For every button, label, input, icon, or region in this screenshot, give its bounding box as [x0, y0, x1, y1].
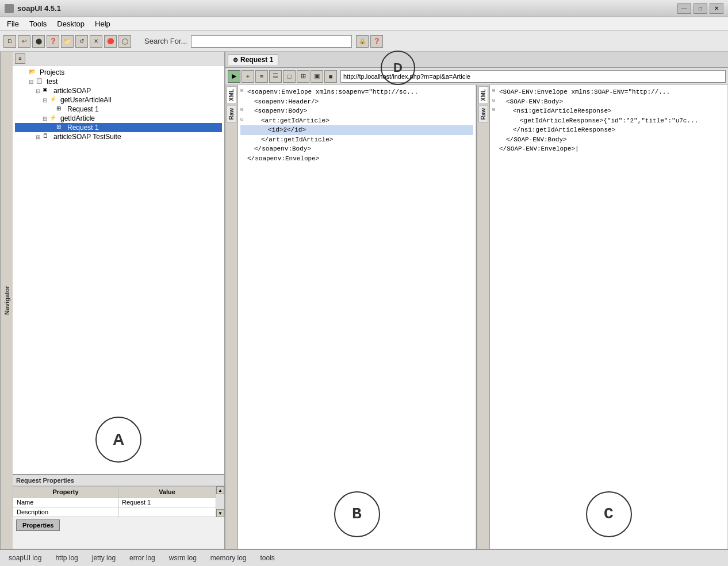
play-button[interactable]: ▶: [228, 70, 240, 83]
properties-panel: Request Properties Property Value Name R…: [13, 474, 224, 549]
response-raw-tab[interactable]: Raw: [478, 105, 488, 123]
menu-tools[interactable]: Tools: [25, 18, 51, 29]
articlesoap-icon: ✖: [43, 87, 52, 95]
request-tab-label: Request 1: [240, 56, 273, 64]
main-toolbar: 🗋 ↩ ⬤ ❓ 📁 ↺ ✕ 🔴 ◯ Search For... 🔒 ❓: [0, 31, 728, 52]
request-tab-icon: ⚙: [233, 57, 238, 63]
title-bar: soapUI 4.5.1 — □ ✕: [0, 0, 728, 17]
log-tab-soapui[interactable]: soapUI log: [2, 552, 48, 564]
req-btn-5[interactable]: ⊞: [297, 70, 309, 83]
toolbar-btn-7[interactable]: ✕: [90, 35, 102, 48]
scroll-down-btn[interactable]: ▼: [216, 509, 224, 517]
getuserarticleall-icon: ⚡: [49, 96, 59, 104]
request-tab[interactable]: ⚙ Request 1: [228, 54, 278, 65]
req-btn-6[interactable]: ▣: [311, 70, 323, 83]
resp-line-6: </SOAP-ENV:Envelope>|: [492, 144, 725, 154]
toolbar-btn-1[interactable]: 🗋: [3, 35, 16, 48]
tree-item-projects[interactable]: 📂 Projects: [15, 68, 222, 77]
properties-button[interactable]: Properties: [16, 519, 60, 531]
search-input[interactable]: [191, 35, 352, 48]
request1b-icon: ⊞: [56, 124, 66, 132]
request-raw-tab[interactable]: Raw: [227, 105, 236, 123]
response-xml-tab[interactable]: XML: [478, 86, 488, 104]
toolbar-btn-5[interactable]: 📁: [61, 35, 74, 48]
prop-description-value[interactable]: [118, 507, 216, 517]
toolbar-btn-3[interactable]: ⬤: [32, 35, 45, 48]
resp-line-4: </ns1:getIdArticleResponse>: [492, 125, 725, 135]
tree-expand-getuserarticleall[interactable]: ⊟: [43, 97, 49, 103]
log-bar: soapUI log http log jetty log error log …: [0, 549, 728, 566]
main-container: Navigator ≡ 📂 Projects ⊟ 📋 test: [0, 52, 728, 549]
tree-expand-testsuite[interactable]: ⊞: [36, 134, 43, 140]
tree-item-articlesoap[interactable]: ⊟ ✖ articleSOAP: [15, 86, 222, 95]
tree-item-testsuite[interactable]: ⊞ 🗒 articleSOAP TestSuite: [15, 132, 222, 141]
tree-label-getidarticle: getIdArticle: [60, 114, 95, 122]
req-line-5: </art:getIdArticle>: [240, 135, 473, 145]
req-line-6: </soapenv:Body>: [240, 144, 473, 154]
log-tab-jetty[interactable]: jetty log: [86, 552, 122, 564]
request-toolbar: ▶ + ≡ ☰ □ ⊞ ▣ ■ D: [225, 68, 728, 85]
response-xml-sidebar: XML Raw: [477, 85, 490, 549]
add-req-btn[interactable]: +: [242, 70, 254, 83]
log-tab-error[interactable]: error log: [123, 552, 162, 564]
minimize-button[interactable]: —: [677, 3, 691, 14]
menu-desktop[interactable]: Desktop: [52, 18, 89, 29]
menu-file[interactable]: File: [2, 18, 24, 29]
tree-item-test[interactable]: ⊟ 📋 test: [15, 77, 222, 86]
tree-item-request1a[interactable]: ⊞ Request 1: [15, 105, 222, 114]
tree-item-request1b[interactable]: ⊞ Request 1: [15, 123, 222, 132]
req-btn-4[interactable]: □: [283, 70, 296, 83]
panel-toolbar: ≡: [13, 52, 224, 66]
search-label: Search For...: [144, 37, 187, 45]
toolbar-btn-6[interactable]: ↺: [75, 35, 88, 48]
toolbar-help-btn[interactable]: ❓: [370, 35, 383, 48]
menu-help[interactable]: Help: [90, 18, 115, 29]
properties-table: Property Value Name Request 1 Descriptio…: [13, 486, 216, 517]
resp-line-1: ⊟ <SOAP-ENV:Body>: [492, 97, 725, 107]
req-btn-7[interactable]: ■: [324, 70, 337, 83]
tree-label-testsuite: articleSOAP TestSuite: [53, 133, 121, 141]
tree-item-getidarticle[interactable]: ⊟ ⚡ getIdArticle: [15, 114, 222, 123]
col-value: Value: [118, 487, 216, 498]
circle-a: A: [95, 417, 141, 463]
circle-c: C: [586, 491, 632, 537]
log-tab-http[interactable]: http log: [49, 552, 84, 564]
log-tab-wsrm[interactable]: wsrm log: [163, 552, 203, 564]
tree-label-request1a: Request 1: [67, 105, 99, 113]
request1a-icon: ⊞: [56, 105, 66, 113]
tree-expand-getidarticle[interactable]: ⊟: [43, 115, 49, 122]
prop-description-label: Description: [13, 507, 118, 517]
annotation-b: B: [334, 491, 380, 537]
toolbar-btn-4[interactable]: ❓: [47, 35, 59, 48]
close-button[interactable]: ✕: [710, 3, 723, 14]
testsuite-icon: 🗒: [43, 133, 52, 141]
log-tab-tools[interactable]: tools: [254, 552, 281, 564]
toolbar-btn-2[interactable]: ↩: [18, 35, 30, 48]
toolbar-btn-9[interactable]: ◯: [118, 35, 131, 48]
req-btn-2[interactable]: ≡: [255, 70, 268, 83]
navigator-sidebar: Navigator: [0, 52, 13, 549]
toolbar-lock-btn[interactable]: 🔒: [356, 35, 369, 48]
response-code-editor[interactable]: ⊟ <SOAP-ENV:Envelope xmlns:SOAP-ENV="htt…: [490, 85, 728, 549]
panel-menu-btn[interactable]: ≡: [15, 53, 25, 64]
tree-expand-test[interactable]: ⊟: [29, 79, 36, 85]
toolbar-right-buttons: 🔒 ❓: [356, 35, 383, 48]
circle-b: B: [334, 491, 380, 537]
window-controls: — □ ✕: [677, 3, 723, 14]
scroll-up-btn[interactable]: ▲: [216, 486, 224, 494]
prop-row-description: Description: [13, 507, 216, 517]
tree-item-getuserarticleall[interactable]: ⊟ ⚡ getUserArticleAll: [15, 95, 222, 105]
request-code-editor[interactable]: ⊟ <soapenv:Envelope xmlns:soapenv="http:…: [238, 85, 476, 549]
log-tab-memory[interactable]: memory log: [204, 552, 253, 564]
properties-table-wrapper: Property Value Name Request 1 Descriptio…: [13, 486, 224, 517]
editor-area: XML Raw ⊟ <soapenv:Envelope xmlns:soapen…: [225, 85, 728, 549]
toolbar-btn-8[interactable]: 🔴: [104, 35, 117, 48]
annotation-c: C: [586, 491, 632, 537]
request-xml-tab[interactable]: XML: [227, 86, 236, 104]
maximize-button[interactable]: □: [693, 3, 707, 14]
req-btn-3[interactable]: ☰: [269, 70, 282, 83]
url-input[interactable]: [340, 70, 726, 83]
prop-name-value[interactable]: Request 1: [118, 498, 216, 507]
tree-expand-articlesoap[interactable]: ⊟: [36, 88, 43, 94]
right-panel-area: ⚙ Request 1 ▶ + ≡ ☰ □ ⊞ ▣ ■ D: [225, 52, 728, 549]
